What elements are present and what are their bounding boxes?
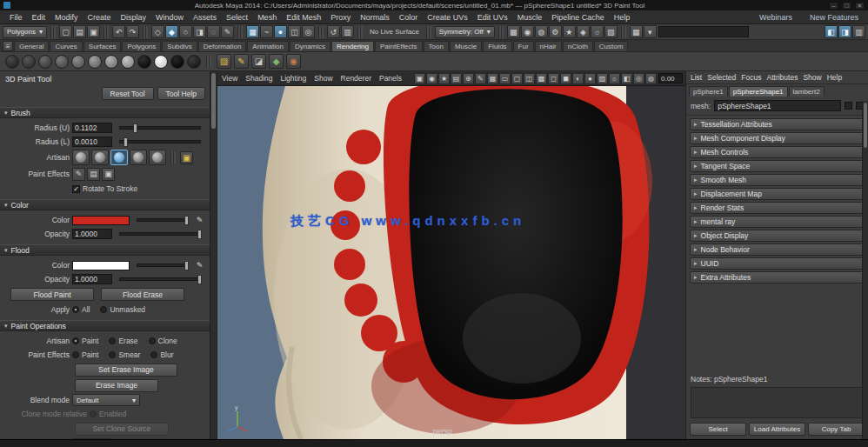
scene-render[interactable] [217,86,685,439]
hypershade-icon[interactable]: ◈ [577,25,590,38]
browse-brush-icon[interactable]: ▤ [87,168,100,181]
gate-mask-icon[interactable]: ◫ [524,73,535,84]
menu-select[interactable]: Select [222,12,252,23]
tool-help-button[interactable]: Tool Help [157,87,205,100]
paint-effects-radio-blur[interactable]: Blur [150,350,173,359]
eraser-tool[interactable]: ◪ [251,54,266,69]
quick-input-field[interactable] [658,26,749,37]
redo-icon[interactable]: ↷ [126,25,139,38]
select-by-type-icon[interactable]: ◨ [193,25,206,38]
brush-section-header[interactable]: ▾ Brush [0,107,210,118]
menu-edit-uvs[interactable]: Edit UVs [473,12,512,23]
ae-section-object-display[interactable]: ▸Object Display [690,230,865,242]
toolbar-grip[interactable] [103,26,109,38]
artisan-radio-erase[interactable]: Erase [109,337,137,345]
shelf-tab-painteffects[interactable]: PaintEffects [375,41,423,51]
shelf-brush-preset-11[interactable] [187,55,201,69]
ae-menu-list[interactable]: List [691,73,702,82]
paint-opacity-slider[interactable] [119,232,201,236]
eyedropper-icon[interactable]: ✎ [194,260,205,271]
ae-tab-lambert2[interactable]: lambert2 [789,86,825,97]
shelf-tab-fur[interactable]: Fur [513,41,534,51]
ae-select-button[interactable]: Select [690,423,746,436]
shelf-brush-preset-2[interactable] [38,55,52,69]
menu-proxy[interactable]: Proxy [326,12,355,23]
toolbar-grip[interactable] [50,26,56,38]
ae-menu-show[interactable]: Show [803,73,821,82]
ae-copy-tab-button[interactable]: Copy Tab [808,423,865,436]
notes-textarea[interactable] [691,387,864,418]
brush-profile-hard[interactable] [110,150,128,165]
shelf-menu-button[interactable]: ≡ [3,41,13,51]
stamp-tool[interactable]: ◆ [269,54,284,69]
snap-to-plane-icon[interactable]: ◫ [288,25,301,38]
menu-right-webinars[interactable]: Webinars [755,12,797,23]
paint-select-icon[interactable]: ✎ [221,25,234,38]
shelf-brush-preset-7[interactable] [121,55,135,69]
ae-load-attributes-button[interactable]: Load Attributes [749,423,805,436]
apply-radio-unmasked[interactable]: Unmasked [100,305,145,314]
wireframe-mode-icon[interactable]: ◐ [572,73,584,84]
palette-tool[interactable]: ◉ [286,54,301,69]
snap-to-point-icon[interactable]: ● [274,25,287,38]
exposure-field[interactable] [658,73,683,83]
tool-settings-scrollbar[interactable] [210,71,217,439]
shelf-tab-deformation[interactable]: Deformation [198,41,247,51]
shelf-brush-preset-8[interactable] [137,55,151,69]
menu-edit-mesh[interactable]: Edit Mesh [282,12,325,23]
grease-pencil-icon[interactable]: ✎ [475,73,486,84]
shelf-brush-preset-6[interactable] [104,55,118,69]
grid-toggle-icon[interactable]: ▦ [487,73,498,84]
flood-opacity-slider[interactable] [119,277,201,281]
symmetry-selector[interactable]: Symmetry: Off ▾ [435,26,495,38]
make-live-icon[interactable]: ◎ [302,25,315,38]
viewport-canvas-area[interactable]: 技艺CG www.qdnxxfb.cn y persp [217,86,685,439]
slider-handle[interactable] [133,123,137,133]
close-button[interactable]: ✕ [855,2,865,10]
flood-erase-button[interactable]: Flood Erase [101,288,184,301]
slider-handle[interactable] [197,275,202,284]
toolbar-grip[interactable] [318,26,324,38]
pencil-tool[interactable]: ✎ [234,54,249,69]
image-brush-icon[interactable]: ▣ [180,151,193,164]
paint-effects-panel-icon[interactable]: ★ [563,25,576,38]
flood-paint-button[interactable]: Flood Paint [10,288,94,301]
lasso-select-icon[interactable]: ◌ [207,25,220,38]
focus-checkbox[interactable] [845,102,852,110]
toolbar-grip[interactable] [357,26,363,38]
flood-value-slider[interactable] [137,264,187,267]
set-erase-image-button[interactable]: Set Erase Image [75,364,177,377]
slider-handle[interactable] [197,230,202,239]
new-scene-icon[interactable]: ▢ [59,25,72,38]
toolbar-grip[interactable] [143,26,148,38]
textured-mode-icon[interactable]: ▨ [597,73,608,84]
brush-profile-file[interactable] [149,150,166,165]
menu-normals[interactable]: Normals [356,12,394,23]
flood-section-header[interactable]: ▾ Flood [0,244,210,256]
artisan-radio-clone[interactable]: Clone [149,337,177,345]
brush-profile-soft[interactable] [72,150,90,165]
shelf-brush-preset-9[interactable] [154,55,168,69]
flood-opacity-field[interactable] [72,274,112,284]
toolbar-grip[interactable] [237,26,243,38]
attribute-editor-toggle-icon[interactable]: ◧ [825,25,838,38]
shelf-brush-preset-1[interactable] [22,55,36,69]
slider-handle[interactable] [184,261,189,270]
ae-section-smooth-mesh[interactable]: ▸Smooth Mesh [690,174,865,186]
brush-profile-medium[interactable] [91,150,109,165]
set-clone-source-button[interactable]: Set Clone Source [75,423,169,436]
2d-pan-zoom-icon[interactable]: ⊕ [463,73,474,84]
shaded-mode-icon[interactable]: ● [584,73,596,84]
safe-title-icon[interactable]: ◼ [560,73,571,84]
eyedropper-icon[interactable]: ✎ [194,215,205,226]
maximize-button[interactable]: □ [842,2,851,10]
ae-menu-attributes[interactable]: Attributes [766,73,798,82]
viewport-menu-renderer[interactable]: Renderer [341,74,371,83]
xray-mode-icon[interactable]: ◍ [645,73,657,84]
input-line-mode-icon[interactable]: ▾ [644,25,657,38]
camera-bookmark-icon[interactable]: ★ [438,73,450,84]
edit-template-brush-icon[interactable]: ▣ [102,168,115,181]
scrollbar-thumb[interactable] [211,73,216,129]
get-brush-icon[interactable]: ✎ [72,168,85,181]
menu-create-uvs[interactable]: Create UVs [423,12,472,23]
